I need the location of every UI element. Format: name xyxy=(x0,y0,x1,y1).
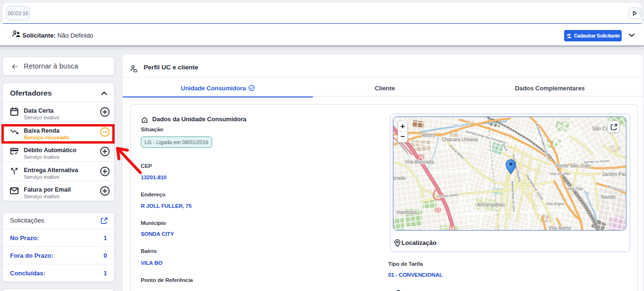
svg-text:57: 57 xyxy=(450,227,453,230)
svg-text:Anhangabaú: Anhangabaú xyxy=(477,202,505,207)
svg-text:mambaia: mambaia xyxy=(397,210,417,215)
svg-text:Nambi: Nambi xyxy=(601,194,615,200)
svg-text:Retiro: Retiro xyxy=(422,133,435,138)
svg-text:Jardim Pac: Jardim Pac xyxy=(602,172,626,177)
svg-text:Vila Tito: Vila Tito xyxy=(567,186,583,191)
svg-text:orada: orada xyxy=(393,175,406,181)
svg-text:59: 59 xyxy=(436,209,439,212)
svg-text:Vila Alvorada: Vila Alvorada xyxy=(405,159,434,165)
svg-text:Ponte São João: Ponte São João xyxy=(556,163,591,168)
svg-text:Vila de Vito: Vila de Vito xyxy=(550,172,570,176)
svg-text:Chácara Urbana: Chácara Urbana xyxy=(442,137,478,142)
svg-text:57: 57 xyxy=(420,155,422,158)
svg-text:Vila Arens: Vila Arens xyxy=(549,225,571,231)
svg-text:Vila Argos: Vila Argos xyxy=(546,202,564,206)
